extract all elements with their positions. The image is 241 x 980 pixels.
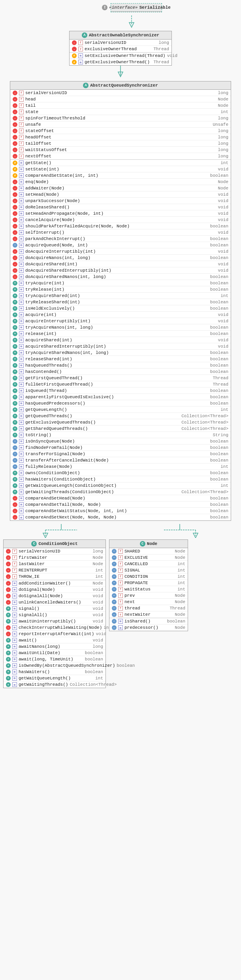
node-field-thread: ~ f thread Thread (109, 605, 188, 611)
node-field-propagate: ~ f PROPAGATE int (109, 580, 188, 586)
arrow-to-condition (41, 524, 81, 538)
co-m-awaituninterruptibly: + m awaitUninterruptibly() void (4, 618, 105, 624)
condition-header: C ConditionObject (4, 540, 105, 548)
co-field-throw-ie: - f THROW_IE int (4, 573, 105, 580)
m-fullyrelease: ~ m fullyRelease(Node) int (10, 464, 231, 470)
m-haswaiters-co: + m hasWaiters(ConditionObject) boolean (10, 476, 231, 482)
field-exclusive-owner-thread: - f exclusiveOwnerThread Thread (70, 46, 171, 52)
m-hasqueuedpred: + m hasQueuedPredecessors() boolean (10, 400, 231, 407)
node-m-predecessor: ~ m predecessor() Node (109, 624, 188, 631)
m-enq: - m enq(Node) Node (10, 179, 231, 185)
m-isheldexclusively: + m isHeldExclusively() boolean (10, 305, 231, 312)
co-m-haswaiters: + m hasWaiters() boolean (4, 669, 105, 675)
m-hasqueuedthreads: + m hasQueuedThreads() boolean (10, 362, 231, 369)
m-getwaitqueuelength-co: + m getWaitQueueLength(ConditionObject) … (10, 482, 231, 489)
m-transferforsignal: ~ m transferForSignal(Node) boolean (10, 451, 231, 457)
m-getqueuedthreads: + m getQueuedThreads() Collection<Thread… (10, 413, 231, 419)
aqs-field-stateoffset: - f stateOffset long (10, 128, 231, 134)
m-unparksuccessor: - m unparkSuccessor(Node) void (10, 198, 231, 204)
m-getqueuelength: + m getQueueLength() int (10, 407, 231, 413)
node-methods: ~ m isShared() boolean ~ m predecessor()… (109, 618, 188, 631)
co-m-isownedby: + m isOwnedBy(AbstractQueuedSynchronizer… (4, 662, 105, 669)
m-doacquiresharedinterruptibly: - m doAcquireSharedInterruptibly(int) vo… (10, 267, 231, 274)
aqs-name: AbstractQueuedSynchronizer (90, 83, 158, 88)
node-m-isshared: ~ m isShared() boolean (109, 618, 188, 624)
co-field-lastwaiter: - f lastWaiter Node (4, 561, 105, 567)
abs-ownable-fields: - f serialVersionUID long - f exclusiveO… (70, 40, 171, 53)
abs-ownable-icon: A (82, 32, 87, 38)
m-doreleaseshared: - m doReleaseShared() void (10, 204, 231, 210)
field-serialversionuid-aos: - f serialVersionUID long (70, 40, 171, 46)
condition-class: C ConditionObject - f serialVersionUID l… (3, 539, 106, 688)
vi-private: - (72, 40, 77, 45)
method-setexclusive: # m setExclusiveOwnerThread(Thread) void (70, 53, 171, 59)
m-tryacquirenanos: + m tryAcquireNanos(int, long) boolean (10, 324, 231, 331)
m-getsharedqueued: + m getSharedQueuedThreads() Collection<… (10, 426, 231, 432)
m-cas-head: - m compareAndSetHead(Node) boolean (10, 495, 231, 501)
m-selfinterrupt: - m selfInterrupt() void (10, 229, 231, 236)
node-field-nextwaiter: ~ f nextWaiter Node (109, 611, 188, 618)
m-tryacquiresharedNanos: + m tryAcquireSharedNanos(int, long) boo… (10, 350, 231, 356)
m-findnodefromtail: ~ m findNodeFromTail(Node) boolean (10, 445, 231, 451)
node-field-prev: ~ f prev Node (109, 592, 188, 599)
m-cas-state: # m compareAndSetState(int, int) boolean (10, 172, 231, 179)
node-field-exclusive: ~ f EXCLUSIVE Node (109, 554, 188, 561)
abs-ownable-methods: # m setExclusiveOwnerThread(Thread) void… (70, 53, 171, 65)
m-doacquireinterruptibly: - m doAcquireInterruptibly(int) void (10, 248, 231, 255)
m-cas-next: - m compareAndSetNext(Node, Node, Node) … (10, 514, 231, 520)
co-m-getwaitqueuelength: + m getWaitQueueLength() int (4, 675, 105, 681)
serializable-icon: I (102, 5, 107, 10)
m-owns: + m owns(ConditionObject) boolean (10, 470, 231, 476)
m-doacquireshared: - m doAcquireShared(int) void (10, 261, 231, 267)
m-tryacquireshared: + m tryAcquireShared(int) int (10, 293, 231, 299)
node-field-signal: ~ f SIGNAL int (109, 567, 188, 573)
m-fullgetfirst: + m fullGetFirstQueuedThread() Thread (10, 381, 231, 388)
m-isonsyncqueue: ~ m isOnSyncQueue(Node) boolean (10, 438, 231, 445)
aqs-field-state: - f state int (10, 109, 231, 115)
abs-ownable-section: A AbstractOwnableSynchronizer - f serial… (3, 31, 238, 79)
co-m-getwaitingthreads: + m getWaitingThreads() Collection<Threa… (4, 681, 105, 688)
m-acquiresharedinterruptibly: + m acquireSharedInterruptibly(int) void (10, 343, 231, 350)
m-transferaftercancelled: ~ m transferAfterCancelledWait(Node) boo… (10, 457, 231, 464)
diagram: I «interface» Serializable A AbstractOwn… (0, 0, 241, 694)
m-tryacquire: + m tryAcquire(int) boolean (10, 280, 231, 286)
aqs-class: A AbstractQueuedSynchronizer - f serialV… (10, 81, 231, 521)
m-getexclusivequeued: + m getExclusiveQueuedThreads() Collecti… (10, 419, 231, 426)
condition-fields: - f serialVersionUID long - f firstWaite… (4, 548, 105, 580)
m-addwaiter: - m addWaiter(Node) Node (10, 185, 231, 191)
condition-methods: - m addConditionWaiter() Node - m doSign… (4, 580, 105, 688)
node-field-condition: ~ f CONDITION int (109, 573, 188, 580)
serializable-stereotype: «interface» (109, 5, 138, 10)
node-header: C Node (109, 540, 188, 548)
field-type-icon2: f (78, 47, 83, 51)
aqs-field-unsafe: - f unsafe Unsafe (10, 121, 231, 128)
serializable-class: I «interface» Serializable (111, 3, 162, 12)
co-m-await: + m await() void (4, 637, 105, 643)
co-m-reportinterrupt: - m reportInterruptAfterWait(int) void (4, 631, 105, 637)
m-acquirequeued: ~ m acquireQueued(Node, int) boolean (10, 242, 231, 248)
vi-private2: - (72, 47, 77, 51)
co-m-signalall: + m signalAll() void (4, 612, 105, 618)
m-acquireinterruptibly: + m acquireInterruptibly(int) void (10, 318, 231, 324)
abs-ownable-name: AbstractOwnableSynchronizer (89, 33, 159, 38)
condition-icon: C (31, 541, 37, 547)
node-fields: ~ f SHARED Node ~ f EXCLUSIVE Node ~ f C… (109, 548, 188, 618)
arrow-serializable-to-abs (128, 15, 136, 29)
co-m-awaituntil: + m awaitUntil(Date) boolean (4, 650, 105, 656)
method-getexclusive: # m getExclusiveOwnerThread() Thread (70, 59, 171, 65)
node-field-cancelled: ~ f CANCELLED int (109, 561, 188, 567)
abs-ownable-class: A AbstractOwnableSynchronizer - f serial… (69, 31, 172, 66)
aqs-field-tail: - f tail Node (10, 102, 231, 109)
co-m-signal: + m signal() void (4, 605, 105, 612)
aqs-field-tailoffset: - f tailOffset long (10, 140, 231, 147)
co-m-await-timeunit: + m await(long, TimeUnit) boolean (4, 656, 105, 662)
co-field-svuid: - f serialVersionUID long (4, 548, 105, 554)
m-hascontended: + m hasContended() boolean (10, 369, 231, 375)
m-release: + m release(int) boolean (10, 331, 231, 337)
co-m-dosignalall: - m doSignalAll(Node) void (4, 593, 105, 599)
m-getwaitingthreads-co: + m getWaitingThreads(ConditionObject) C… (10, 489, 231, 495)
co-field-reinterrupt: - f REINTERRUPT int (4, 567, 105, 573)
m-tryreleaseshared: + m tryReleaseShared(int) boolean (10, 299, 231, 305)
aqs-section: A AbstractQueuedSynchronizer - f serialV… (3, 81, 238, 538)
m-releaseshared: + m releaseShared(int) boolean (10, 356, 231, 362)
